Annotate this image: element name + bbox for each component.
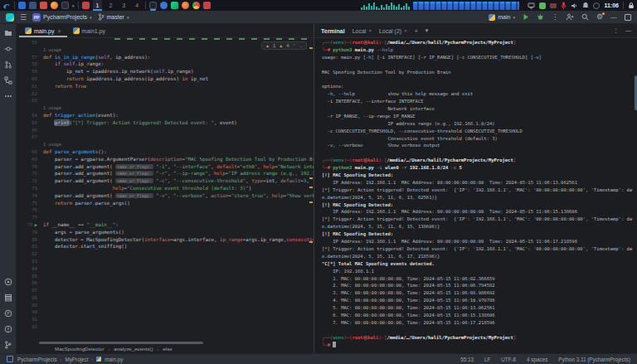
terminal-options-icon[interactable]: ⋮ <box>613 27 619 34</box>
python-packages-tool-icon[interactable]: P <box>3 308 12 318</box>
code-line[interactable]: 69 parser = argparse.ArgumentParser(desc… <box>17 156 314 163</box>
microphone-tray-icon[interactable] <box>561 2 566 10</box>
code-line[interactable]: 92 <box>17 323 314 331</box>
code-line[interactable]: 91 <box>17 316 314 323</box>
taskbar-app-orange-icon[interactable] <box>182 2 189 9</box>
code-line[interactable]: 82 <box>17 250 314 258</box>
code-line[interactable]: 90 <box>17 308 314 316</box>
prev-problem-icon[interactable]: ⌃ <box>293 43 296 48</box>
display-tray-icon[interactable] <box>528 2 535 9</box>
run-line-icon[interactable]: ▶ <box>33 222 37 227</box>
chevron-down-icon[interactable]: ▾ <box>425 27 429 34</box>
search-everywhere-icon[interactable] <box>581 13 589 21</box>
code-line[interactable]: 59 ip_net = ipaddress.ip_network(self.ip… <box>17 68 314 75</box>
code-line[interactable]: 57def is_in_ip_range(self, ip_address): <box>17 54 314 61</box>
chevron-down-icon[interactable]: ▾ <box>72 3 75 8</box>
screenshot-app-icon[interactable] <box>61 2 69 9</box>
close-icon[interactable]: × <box>368 28 372 33</box>
chrome-taskbar-icon[interactable] <box>192 2 200 9</box>
terminal-tab-local[interactable]: Local× <box>353 28 372 34</box>
horizontal-scrollbar[interactable] <box>39 342 203 344</box>
terminal-title[interactable]: Terminal <box>321 28 345 34</box>
taskbar-app-blue-icon[interactable] <box>160 2 168 9</box>
hide-terminal-button[interactable]: — <box>625 27 631 34</box>
files-app-icon[interactable] <box>29 2 36 9</box>
workspace-1[interactable]: 1 <box>93 0 103 11</box>
app-grid-icon[interactable] <box>82 2 90 9</box>
code-line[interactable]: 84 <box>17 265 314 273</box>
terminal-output[interactable]: ┌──(venv)─(root㉿kali)-[/media/…/Users/ha… <box>322 39 633 351</box>
vcs-branch-widget[interactable]: master ▾ <box>98 13 129 21</box>
run-button[interactable] <box>523 13 529 21</box>
close-icon[interactable]: × <box>404 28 407 33</box>
minimize-window-button[interactable]: — <box>610 14 617 21</box>
encoding-widget[interactable]: UTF-8 <box>501 357 516 362</box>
new-terminal-tab-button[interactable]: + <box>415 28 418 34</box>
statusbar-path-item[interactable]: PycharmProjects <box>17 357 57 362</box>
close-tab-icon[interactable]: × <box>58 28 61 34</box>
commit-tool-icon[interactable] <box>3 44 12 53</box>
pycharm-taskbar-icon[interactable] <box>171 2 178 9</box>
code-line[interactable]: 64def trigger_action(event): <box>17 112 314 119</box>
problems-tool-icon[interactable] <box>3 324 12 333</box>
code-line[interactable]: 88 <box>17 294 314 302</box>
run-configuration-widget[interactable]: main ▾ <box>489 14 515 21</box>
breadcrumb-item[interactable]: analyze_events() <box>114 346 153 352</box>
power-tray-icon[interactable] <box>593 2 600 9</box>
editor-tab[interactable]: main.py× <box>19 25 67 37</box>
settings-gear-icon[interactable]: ⚙ <box>596 13 603 21</box>
code-lines[interactable]: 561 usage57def is_in_ip_range(self, ip_a… <box>17 39 314 332</box>
pull-requests-tool-icon[interactable] <box>3 60 12 69</box>
code-line[interactable]: 80 detector = MacSpoofingDetector(interf… <box>17 236 314 244</box>
main-menu-icon[interactable]: ☰ <box>20 13 27 22</box>
breadcrumb-item[interactable]: else <box>163 346 172 352</box>
services-tool-icon[interactable] <box>3 293 12 302</box>
editor-tab[interactable]: main1.py <box>67 25 111 37</box>
code-line[interactable]: 79 args = parse_arguments() <box>17 229 314 236</box>
editor-breadcrumbs[interactable]: MacSpoofingDetector›analyze_events()›els… <box>55 346 173 352</box>
run-tool-icon[interactable] <box>3 277 12 286</box>
code-line[interactable]: 1 usage <box>17 104 314 112</box>
code-line[interactable]: 60 return ipaddress.ip_address(ip_addres… <box>17 75 314 83</box>
next-problem-icon[interactable]: ⌄ <box>299 43 303 48</box>
camera-tray-icon[interactable] <box>550 3 557 8</box>
code-line[interactable]: 86 <box>17 279 314 287</box>
document-app-icon[interactable] <box>40 2 47 9</box>
status-green-tray-icon[interactable] <box>539 2 546 9</box>
code-line[interactable]: 77 <box>17 214 314 221</box>
code-line[interactable]: 89 <box>17 302 314 309</box>
statusbar-path-item[interactable]: main.py <box>105 357 123 362</box>
workspace-2[interactable]: 2 <box>105 0 115 11</box>
breadcrumb-item[interactable]: MacSpoofingDetector <box>55 346 105 352</box>
workspace-3[interactable]: 3 <box>119 0 129 11</box>
code-line[interactable]: 68def parse_arguments(): <box>17 148 314 156</box>
code-line[interactable]: 85 <box>17 273 314 280</box>
structure-tool-icon[interactable] <box>3 75 12 85</box>
more-actions-icon[interactable]: ⋮ <box>552 13 558 21</box>
workspace-4[interactable]: 4 <box>132 0 142 11</box>
firefox-app-icon[interactable] <box>51 2 58 9</box>
code-line[interactable]: 71 parser.add_argument( name_or_flags: "… <box>17 170 314 177</box>
more-tools-icon[interactable] <box>3 91 12 100</box>
code-line[interactable]: 76 <box>17 206 314 214</box>
code-line[interactable]: 1 usage <box>17 141 314 148</box>
statusbar-breadcrumb[interactable]: PycharmProjects›MyProject›main.py <box>17 357 123 362</box>
statusbar-path-item[interactable]: MyProject <box>65 357 88 362</box>
inspections-widget[interactable]: ▲1 ▲4 ⌃ ⌄ <box>261 41 307 50</box>
caret-position-widget[interactable]: 55:13 <box>460 357 474 362</box>
indent-widget[interactable]: 4 spaces <box>527 357 547 362</box>
code-line[interactable]: 66 <box>17 127 314 134</box>
pycharm-logo-icon[interactable] <box>6 13 14 22</box>
active-window-taskbar-icon[interactable] <box>149 2 157 9</box>
maximize-window-button[interactable] <box>625 14 631 21</box>
code-line[interactable]: 58 if self.ip_range: <box>17 61 314 68</box>
code-line[interactable]: 75 return parser.parse_args() <box>17 200 314 207</box>
desktop-app-icon[interactable] <box>18 2 26 9</box>
project-tool-icon[interactable] <box>3 28 12 37</box>
project-widget[interactable]: PP PycharmProjects ▾ <box>32 13 91 22</box>
lock-screen-icon[interactable] <box>628 2 635 9</box>
version-control-tool-icon[interactable] <box>3 340 12 349</box>
code-line[interactable]: 67 <box>17 133 314 141</box>
code-line[interactable]: 70 parser.add_argument( name_or_flags: "… <box>17 163 314 171</box>
code-line[interactable]: 62 <box>17 90 314 98</box>
